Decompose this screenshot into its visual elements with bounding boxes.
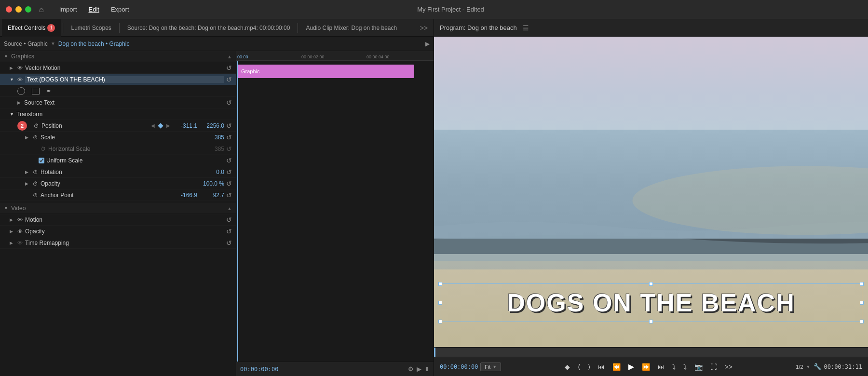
maximize-button[interactable] <box>25 6 31 13</box>
handle-br[interactable] <box>860 320 864 323</box>
position-clock-icon[interactable]: ⏱ <box>33 123 40 129</box>
program-menu-icon[interactable]: ☰ <box>523 24 529 32</box>
insert-btn[interactable]: ⤵ <box>670 362 678 372</box>
text-reset[interactable]: ↺ <box>226 76 232 83</box>
text-chevron-icon[interactable]: ▼ <box>10 77 14 82</box>
vector-motion-row: ▶ 👁 Vector Motion ↺ <box>0 62 236 74</box>
handle-bl[interactable] <box>438 320 442 323</box>
export-frame[interactable]: ⬆ <box>424 365 430 373</box>
nav-export[interactable]: Export <box>111 6 129 13</box>
tab-effect-controls[interactable]: Effect Controls 1 <box>2 19 61 37</box>
minimize-button[interactable] <box>15 6 22 13</box>
rotation-reset[interactable]: ↺ <box>226 168 232 176</box>
mark-in-btn[interactable]: ⟨ <box>576 362 582 372</box>
scale-clock[interactable]: ⏱ <box>32 134 39 140</box>
video-scroll-up[interactable]: ▲ <box>227 205 232 211</box>
graphic-clip[interactable]: Graphic <box>237 65 414 78</box>
motion-eye[interactable]: 👁 <box>16 217 23 223</box>
selection-box[interactable]: DOGS ON THE BEACH <box>440 283 862 322</box>
handle-ml[interactable] <box>438 301 442 305</box>
vector-reset[interactable]: ↺ <box>226 64 232 72</box>
step-fwd-btn[interactable]: ⏩ <box>640 362 652 372</box>
uniform-scale-checkbox[interactable] <box>39 158 44 163</box>
v-opacity-eye[interactable]: 👁 <box>16 228 23 234</box>
monitor-timecode[interactable]: 00:00:00:00 <box>440 363 478 370</box>
source-link[interactable]: Dog on the beach • Graphic <box>58 40 130 47</box>
source-nav-right[interactable]: ▶ <box>425 40 430 47</box>
handle-tm[interactable] <box>649 282 653 286</box>
transform-chevron[interactable]: ▼ <box>10 112 14 117</box>
playback-controls: ◆ ⟨ ⟩ ⏮ ⏪ ▶ ⏩ ⏭ ⤵ ⤵ 📷 ⛶ >> <box>503 361 794 372</box>
h-scale-reset[interactable]: ↺ <box>226 145 232 153</box>
scrubber-bar[interactable] <box>434 348 868 357</box>
mark-out-btn[interactable]: ⟩ <box>586 362 592 372</box>
handle-tr[interactable] <box>860 282 864 286</box>
graphics-scroll-up[interactable]: ▲ <box>227 54 232 59</box>
rotation-clock[interactable]: ⏱ <box>32 169 39 175</box>
home-icon[interactable]: ⌂ <box>39 5 44 14</box>
source-header: Source • Graphic ▼ Dog on the beach • Gr… <box>0 37 434 51</box>
overwrite-btn[interactable]: ⤵ <box>681 362 689 372</box>
timeline-timecode: 00:00:00:00 <box>240 366 278 373</box>
timeline-panel: 00:00 00:00:02:00 00:00:04:00 Graphic 00… <box>236 51 434 376</box>
go-to-in-btn[interactable]: ⏮ <box>596 362 607 372</box>
scrubber-handle[interactable] <box>434 348 435 357</box>
svg-point-4 <box>632 166 868 235</box>
video-chevron-icon: ▼ <box>4 206 8 211</box>
wrench-icon[interactable]: 🔧 <box>814 363 821 370</box>
go-to-out-btn[interactable]: ⏭ <box>656 362 666 372</box>
tab-lumetri[interactable]: Lumetri Scopes <box>65 19 117 37</box>
motion-reset[interactable]: ↺ <box>226 216 232 224</box>
play-btn[interactable]: ▶ <box>626 361 636 372</box>
tab-more-button[interactable]: >> <box>420 24 432 32</box>
opacity-reset[interactable]: ↺ <box>226 180 232 188</box>
source-dropdown-icon[interactable]: ▼ <box>51 41 55 46</box>
opacity-clock[interactable]: ⏱ <box>32 181 39 187</box>
timeline-controls: ⚙ ▶ ⬆ <box>408 365 430 373</box>
scale-reset[interactable]: ↺ <box>226 134 232 141</box>
handle-mr[interactable] <box>860 301 864 305</box>
rect-tool[interactable] <box>32 88 40 94</box>
anchor-reset[interactable]: ↺ <box>226 191 232 199</box>
anchor-clock[interactable]: ⏱ <box>32 192 39 198</box>
tab-audio[interactable]: Audio Clip Mixer: Dog on the beach <box>300 19 403 37</box>
nav-edit[interactable]: Edit <box>89 6 99 13</box>
more-btn[interactable]: >> <box>723 362 734 372</box>
handle-tl[interactable] <box>438 282 442 286</box>
monitor-scrubber[interactable] <box>434 347 868 357</box>
position-nav-left[interactable]: ◀ <box>151 123 155 128</box>
circle-tool[interactable] <box>17 87 25 95</box>
fit-dropdown[interactable]: Fit ▼ <box>480 363 501 371</box>
ratio-dropdown[interactable]: ▼ <box>806 364 811 369</box>
v-opacity-reset[interactable]: ↺ <box>226 228 232 235</box>
add-marker-btn[interactable]: ◆ <box>563 362 572 372</box>
position-keyframe[interactable] <box>158 123 163 128</box>
export-frame-btn[interactable]: 📷 <box>692 362 705 372</box>
step-back-btn[interactable]: ⏪ <box>610 362 623 372</box>
pen-tool[interactable]: ✒ <box>46 88 51 94</box>
timeline-track-area[interactable]: Graphic <box>236 61 434 362</box>
play-from-here[interactable]: ▶ <box>417 365 421 373</box>
text-eye-icon[interactable]: 👁 <box>16 77 23 82</box>
vector-eye-icon[interactable]: 👁 <box>16 65 23 71</box>
ruler-time-0: 00:00 <box>237 54 248 59</box>
position-reset[interactable]: ↺ <box>226 122 232 130</box>
close-button[interactable] <box>6 6 12 13</box>
effect-controls-panel: ▼ Graphics ▲ ▶ 👁 Vector Motion ↺ ▼ 👁 Tex… <box>0 51 236 376</box>
opacity-row: ▶ ⏱ Opacity 100.0 % ↺ <box>0 178 236 189</box>
handle-bm[interactable] <box>649 320 653 323</box>
tr-reset[interactable]: ↺ <box>226 239 232 247</box>
source-text-reset[interactable]: ↺ <box>226 99 232 107</box>
ruler-time-2: 00:00:02:00 <box>301 54 325 59</box>
tab-source[interactable]: Source: Dog on the beach: Dog on the bea… <box>122 19 296 37</box>
filter-icon[interactable]: ⚙ <box>408 365 414 373</box>
right-panel: Program: Dog on the beach ☰ <box>434 19 868 376</box>
full-screen-btn[interactable]: ⛶ <box>708 362 719 372</box>
timeline-bottom: 00:00:00:00 ⚙ ▶ ⬆ <box>236 362 434 376</box>
position-nav-right[interactable]: ▶ <box>166 123 170 128</box>
nav-import[interactable]: Import <box>59 6 77 13</box>
scale-chevron: ▶ <box>25 135 30 140</box>
h-scale-row: ⏱ Horizontal Scale 385 ↺ <box>0 143 236 155</box>
tr-eye[interactable]: 👁 <box>16 240 23 246</box>
uniform-scale-reset[interactable]: ↺ <box>226 157 232 164</box>
